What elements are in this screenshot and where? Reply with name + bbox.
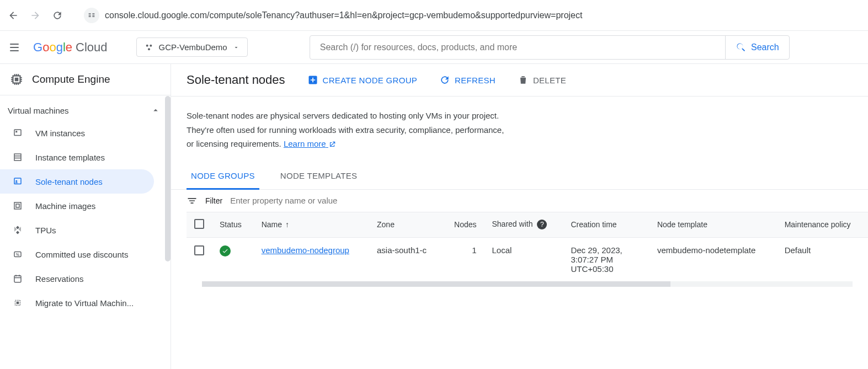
sidebar-item-sole-tenant-nodes[interactable]: Sole-tenant nodes xyxy=(0,169,154,194)
sidebar-item-machine-images[interactable]: Machine images xyxy=(0,194,154,218)
table-row[interactable]: vembudemo-nodegroup asia-south1-c 1 Loca… xyxy=(187,237,868,281)
hamburger-menu[interactable] xyxy=(8,41,21,54)
col-shared-with[interactable]: Shared with ? xyxy=(484,212,563,237)
logo-cloud-text: Cloud xyxy=(76,40,107,55)
filter-label: Filter xyxy=(205,196,222,205)
horizontal-scrollbar[interactable] xyxy=(202,281,853,287)
status-ok-icon xyxy=(220,245,231,256)
browser-toolbar: console.cloud.google.com/compute/soleTen… xyxy=(0,0,868,31)
svg-point-2 xyxy=(148,48,150,50)
svg-rect-21 xyxy=(17,302,19,304)
reservation-icon xyxy=(12,273,23,284)
address-bar[interactable]: console.cloud.google.com/compute/soleTen… xyxy=(105,10,582,20)
search-bar: Search xyxy=(310,35,790,60)
add-icon xyxy=(307,74,318,85)
sidebar-item-committed-use-discounts[interactable]: % Committed use discounts xyxy=(0,242,154,266)
cell-node-template: vembudemo-nodetemplate xyxy=(649,237,777,281)
row-checkbox[interactable] xyxy=(194,245,204,255)
svg-rect-7 xyxy=(14,154,21,161)
chevron-up-icon xyxy=(151,105,161,115)
svg-rect-6 xyxy=(15,131,17,132)
sidebar-item-tpus[interactable]: TPUs xyxy=(0,218,154,242)
tab-node-groups[interactable]: NODE GROUPS xyxy=(187,163,259,190)
product-title: Compute Engine xyxy=(32,73,110,85)
cell-maintenance-policy: Default xyxy=(777,237,868,281)
col-creation-time[interactable]: Creation time xyxy=(563,212,649,237)
product-title-row[interactable]: Compute Engine xyxy=(0,64,171,95)
svg-point-11 xyxy=(15,180,17,182)
discount-icon: % xyxy=(12,249,23,260)
sidebar: Compute Engine Virtual machines VM insta… xyxy=(0,64,171,369)
page-description: Sole-tenant nodes are physical servers d… xyxy=(171,97,557,158)
chevron-down-icon xyxy=(233,44,239,51)
project-name: GCP-VembuDemo xyxy=(159,42,227,52)
refresh-button[interactable]: REFRESH xyxy=(439,74,496,85)
main-content: Sole-tenant nodes CREATE NODE GROUP REFR… xyxy=(171,64,868,369)
migrate-icon xyxy=(12,297,23,308)
cell-creation-time: Dec 29, 2023, 3:07:27 PM UTC+05:30 xyxy=(563,237,649,281)
node-groups-table: Status Name↑ Zone Nodes Shared with ? Cr… xyxy=(187,212,868,281)
svg-rect-5 xyxy=(14,130,21,136)
filter-input[interactable] xyxy=(230,196,853,205)
vm-icon xyxy=(12,127,23,138)
svg-rect-13 xyxy=(16,204,19,207)
forward-button[interactable] xyxy=(29,9,42,22)
help-icon[interactable]: ? xyxy=(537,220,547,229)
svg-point-1 xyxy=(150,44,152,46)
filter-bar: Filter xyxy=(171,190,868,212)
col-status[interactable]: Status xyxy=(212,212,254,237)
search-icon xyxy=(736,42,747,53)
svg-point-0 xyxy=(146,44,148,46)
search-input[interactable] xyxy=(310,42,725,52)
reload-button[interactable] xyxy=(51,9,64,22)
svg-rect-4 xyxy=(15,78,19,82)
sidebar-item-reservations[interactable]: Reservations xyxy=(0,266,154,291)
cell-nodes: 1 xyxy=(442,237,484,281)
node-group-link[interactable]: vembudemo-nodegroup xyxy=(262,245,349,255)
sidebar-item-instance-templates[interactable]: Instance templates xyxy=(0,145,154,169)
tab-node-templates[interactable]: NODE TEMPLATES xyxy=(276,163,362,189)
sidebar-item-vm-instances[interactable]: VM instances xyxy=(0,121,154,145)
col-maintenance-policy[interactable]: Maintenance policy xyxy=(777,212,868,237)
svg-text:%: % xyxy=(16,253,19,256)
cell-shared-with: Local xyxy=(484,237,563,281)
template-icon xyxy=(12,152,23,163)
svg-rect-16 xyxy=(14,276,21,282)
col-name[interactable]: Name↑ xyxy=(254,212,369,237)
tabs: NODE GROUPS NODE TEMPLATES xyxy=(171,163,868,190)
project-picker[interactable]: GCP-VembuDemo xyxy=(136,38,248,57)
filter-icon xyxy=(187,195,198,206)
site-info-icon[interactable] xyxy=(84,8,99,23)
col-zone[interactable]: Zone xyxy=(369,212,442,237)
sidebar-item-migrate[interactable]: Migrate to Virtual Machin... xyxy=(0,291,154,315)
sole-tenant-icon xyxy=(12,176,23,187)
sidebar-section-virtual-machines[interactable]: Virtual machines xyxy=(0,95,171,121)
back-button[interactable] xyxy=(7,9,20,22)
gcp-header: Google Cloud GCP-VembuDemo Search xyxy=(0,31,868,64)
search-button[interactable]: Search xyxy=(725,36,789,59)
tpu-icon xyxy=(12,224,23,236)
sidebar-scrollbar[interactable] xyxy=(165,96,171,261)
create-node-group-button[interactable]: CREATE NODE GROUP xyxy=(307,74,418,85)
select-all-checkbox[interactable] xyxy=(194,219,204,229)
delete-button[interactable]: DELETE xyxy=(518,74,566,85)
cell-zone: asia-south1-c xyxy=(369,237,442,281)
project-icon xyxy=(145,43,153,52)
refresh-icon xyxy=(439,74,450,85)
sort-arrow-icon: ↑ xyxy=(285,220,289,229)
learn-more-link[interactable]: Learn more xyxy=(284,139,336,148)
col-node-template[interactable]: Node template xyxy=(649,212,777,237)
page-title: Sole-tenant nodes xyxy=(187,73,285,87)
delete-icon xyxy=(518,74,529,85)
gcp-logo[interactable]: Google Cloud xyxy=(33,40,108,55)
machine-image-icon xyxy=(12,200,23,211)
col-nodes[interactable]: Nodes xyxy=(442,212,484,237)
svg-rect-12 xyxy=(14,202,21,209)
compute-engine-icon xyxy=(9,72,24,87)
